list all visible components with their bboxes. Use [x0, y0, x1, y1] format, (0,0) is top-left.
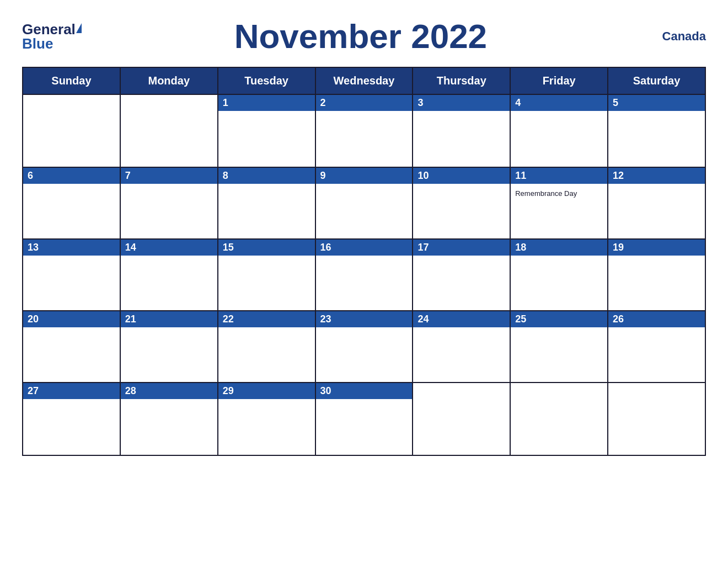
holiday-label-11: Remembrance Day	[515, 189, 603, 198]
day-number-17: 17	[413, 240, 510, 256]
calendar-cell-w1-d5: 3	[413, 94, 510, 167]
col-friday: Friday	[510, 67, 608, 94]
day-number-10: 10	[413, 168, 510, 184]
logo-blue-text: Blue	[22, 35, 53, 52]
day-number-19: 19	[608, 240, 705, 256]
calendar-cell-w2-d7: 12	[608, 167, 705, 239]
day-number-15: 15	[218, 240, 315, 256]
calendar-cell-w2-d3: 8	[218, 167, 315, 239]
calendar-cell-w5-d2: 28	[120, 383, 218, 455]
calendar-cell-w2-d6: 11Remembrance Day	[510, 167, 608, 239]
calendar-cell-w2-d5: 10	[413, 167, 510, 239]
day-number-20: 20	[23, 311, 120, 327]
page-header: General Blue November 2022 Canada	[22, 17, 706, 56]
day-number-21: 21	[121, 311, 217, 327]
calendar-cell-w3-d1: 13	[23, 239, 120, 311]
day-number-30: 30	[316, 383, 413, 399]
logo: General Blue	[22, 22, 82, 51]
calendar-week-1: 12345	[23, 94, 705, 167]
calendar-cell-w5-d1: 27	[23, 383, 120, 455]
day-number-5: 5	[608, 95, 705, 111]
logo-triangle-icon	[76, 23, 82, 33]
calendar-cell-w2-d1: 6	[23, 167, 120, 239]
calendar-week-4: 20212223242526	[23, 311, 705, 383]
col-saturday: Saturday	[608, 67, 705, 94]
calendar-cell-w5-d5	[413, 383, 510, 455]
col-thursday: Thursday	[413, 67, 510, 94]
day-number-23: 23	[316, 311, 413, 327]
country-label: Canada	[640, 29, 706, 44]
calendar-week-2: 67891011Remembrance Day12	[23, 167, 705, 239]
calendar-cell-w4-d6: 25	[510, 311, 608, 383]
day-number-22: 22	[218, 311, 315, 327]
calendar-cell-w3-d5: 17	[413, 239, 510, 311]
day-number-13: 13	[23, 240, 120, 256]
calendar-cell-w1-d7: 5	[608, 94, 705, 167]
day-number-2: 2	[316, 95, 413, 111]
col-tuesday: Tuesday	[218, 67, 315, 94]
calendar-cell-w3-d6: 18	[510, 239, 608, 311]
day-number-14: 14	[121, 240, 217, 256]
calendar-cell-w1-d6: 4	[510, 94, 608, 167]
calendar-cell-w5-d7	[608, 383, 705, 455]
calendar-cell-w4-d7: 26	[608, 311, 705, 383]
day-number-16: 16	[316, 240, 413, 256]
calendar-cell-w1-d3: 1	[218, 94, 315, 167]
day-number-27: 27	[23, 383, 120, 399]
calendar-cell-w1-d1	[23, 94, 120, 167]
day-number-12: 12	[608, 168, 705, 184]
col-wednesday: Wednesday	[315, 67, 413, 94]
calendar-cell-w4-d5: 24	[413, 311, 510, 383]
calendar-cell-w4-d2: 21	[120, 311, 218, 383]
day-number-18: 18	[511, 240, 607, 256]
day-number-4: 4	[511, 95, 607, 111]
calendar-week-5: 27282930	[23, 383, 705, 455]
calendar-week-3: 13141516171819	[23, 239, 705, 311]
month-title: November 2022	[82, 17, 640, 56]
calendar-cell-w3-d2: 14	[120, 239, 218, 311]
day-number-6: 6	[23, 168, 120, 184]
day-number-3: 3	[413, 95, 510, 111]
calendar-cell-w3-d4: 16	[315, 239, 413, 311]
calendar-cell-w4-d3: 22	[218, 311, 315, 383]
calendar-cell-w3-d7: 19	[608, 239, 705, 311]
col-monday: Monday	[120, 67, 218, 94]
day-number-25: 25	[511, 311, 607, 327]
calendar-cell-w2-d4: 9	[315, 167, 413, 239]
calendar-cell-w5-d3: 29	[218, 383, 315, 455]
calendar-cell-w5-d6	[510, 383, 608, 455]
calendar-table: Sunday Monday Tuesday Wednesday Thursday…	[22, 67, 706, 456]
day-number-7: 7	[121, 168, 217, 184]
day-number-8: 8	[218, 168, 315, 184]
calendar-cell-w1-d4: 2	[315, 94, 413, 167]
calendar-cell-w3-d3: 15	[218, 239, 315, 311]
calendar-cell-w1-d2	[120, 94, 218, 167]
calendar-cell-w4-d4: 23	[315, 311, 413, 383]
day-number-26: 26	[608, 311, 705, 327]
day-number-28: 28	[121, 383, 217, 399]
calendar-cell-w4-d1: 20	[23, 311, 120, 383]
day-number-11: 11	[511, 168, 607, 184]
calendar-cell-w2-d2: 7	[120, 167, 218, 239]
day-number-1: 1	[218, 95, 315, 111]
day-number-24: 24	[413, 311, 510, 327]
calendar-cell-w5-d4: 30	[315, 383, 413, 455]
calendar-header-row: Sunday Monday Tuesday Wednesday Thursday…	[23, 67, 705, 94]
col-sunday: Sunday	[23, 67, 120, 94]
day-number-29: 29	[218, 383, 315, 399]
day-number-9: 9	[316, 168, 413, 184]
